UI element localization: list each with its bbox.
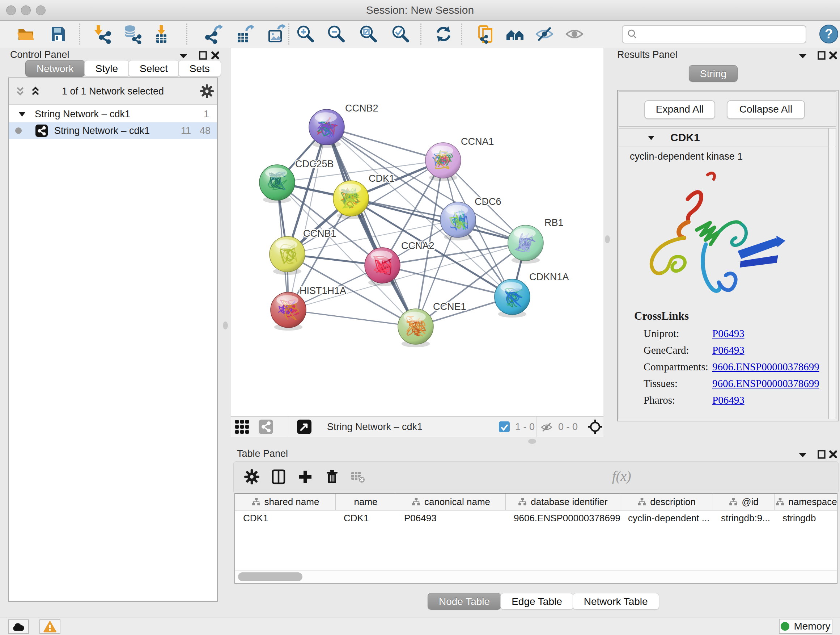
import-network-file-button[interactable] <box>93 24 113 44</box>
crosslink-value-link[interactable]: 9606.ENSP00000378699 <box>712 378 819 390</box>
network-badge-icon[interactable] <box>259 420 273 434</box>
tab-style[interactable]: Style <box>84 60 129 77</box>
network-edge[interactable] <box>327 127 443 160</box>
results-panel-menu-icon[interactable] <box>797 51 808 62</box>
network-node[interactable] <box>259 165 295 203</box>
table-cell[interactable]: P06493 <box>396 510 506 526</box>
birdseye-crosshair-icon[interactable] <box>587 419 603 434</box>
results-panel-float-icon[interactable] <box>816 50 827 61</box>
tab-node-table[interactable]: Node Table <box>428 593 501 610</box>
results-scrollbar[interactable] <box>829 128 835 419</box>
control-panel-close-icon[interactable] <box>210 50 221 61</box>
zoom-selected-button[interactable] <box>391 24 410 44</box>
gene-collapse-caret-icon[interactable] <box>647 134 655 141</box>
table-row[interactable]: CDK1CDK1P064939606.ENSP00000378699cyclin… <box>235 510 837 526</box>
network-node[interactable] <box>425 143 461 181</box>
memory-button[interactable]: Memory <box>779 619 832 634</box>
show-all-button[interactable] <box>565 24 584 44</box>
delete-column-trash-icon[interactable] <box>324 469 340 485</box>
zoom-fit-button[interactable] <box>358 24 378 44</box>
hide-selected-button[interactable] <box>535 24 554 44</box>
control-panel-float-icon[interactable] <box>197 50 208 61</box>
apply-function-icon[interactable]: f(x) <box>612 468 631 484</box>
gene-section-header[interactable]: CDK1 <box>619 128 836 147</box>
network-node[interactable] <box>508 225 543 264</box>
results-panel-close-icon[interactable] <box>828 50 838 61</box>
save-session-button[interactable] <box>49 24 68 44</box>
export-table-button[interactable] <box>235 24 255 44</box>
column-header[interactable]: namespace <box>775 494 838 510</box>
zoom-in-button[interactable] <box>295 24 315 44</box>
table-options-gear-icon[interactable] <box>244 469 260 485</box>
detach-view-icon[interactable] <box>297 420 311 434</box>
network-node[interactable] <box>398 309 433 347</box>
column-header[interactable]: name <box>336 494 396 510</box>
tab-sets[interactable]: Sets <box>178 60 221 77</box>
tab-select[interactable]: Select <box>128 60 179 77</box>
network-node[interactable] <box>440 202 476 241</box>
vertical-splitter-handle[interactable] <box>605 235 610 243</box>
delete-table-icon[interactable] <box>350 469 366 485</box>
duplicate-network-button[interactable] <box>477 24 496 44</box>
table-horizontal-scrollbar[interactable] <box>235 570 837 583</box>
table-cell[interactable]: cyclin-dependent ... <box>620 510 713 526</box>
cloud-status-button[interactable] <box>8 619 29 634</box>
horizontal-splitter-handle[interactable] <box>528 439 536 444</box>
search-input[interactable] <box>641 27 802 41</box>
tree-row-collection[interactable]: String Network – cdk1 1 <box>9 106 217 122</box>
open-file-button[interactable] <box>16 24 35 44</box>
tree-options-gear-icon[interactable] <box>200 84 214 98</box>
export-image-button[interactable] <box>267 24 286 44</box>
table-cell[interactable]: CDK1 <box>336 510 396 526</box>
scrollbar-thumb[interactable] <box>238 572 302 581</box>
show-columns-icon[interactable] <box>271 469 286 485</box>
refresh-view-button[interactable] <box>434 24 453 44</box>
minimize-window-button[interactable] <box>21 5 31 15</box>
collapse-all-button[interactable]: Collapse All <box>727 100 805 119</box>
collapse-caret-icon[interactable] <box>18 111 26 118</box>
export-network-button[interactable] <box>203 24 223 44</box>
column-header[interactable]: database identifier <box>506 494 620 510</box>
column-header[interactable]: description <box>620 494 713 510</box>
network-node[interactable] <box>270 236 305 275</box>
network-canvas[interactable]: CCNB2CCNA1CDC25BCDK1CDC6RB1CCNB1CCNA2CDK… <box>231 48 603 416</box>
network-edge[interactable] <box>288 127 327 310</box>
network-edge[interactable] <box>288 310 416 326</box>
network-node[interactable] <box>271 292 306 331</box>
column-header[interactable]: shared name <box>235 494 336 510</box>
search-box[interactable] <box>622 25 806 43</box>
create-column-plus-icon[interactable] <box>297 469 313 485</box>
import-table-file-button[interactable] <box>152 24 171 44</box>
zoom-out-button[interactable] <box>326 24 346 44</box>
tab-string[interactable]: String <box>689 65 737 82</box>
crosslink-value-link[interactable]: 9606.ENSP00000378699 <box>712 361 819 373</box>
network-node[interactable] <box>333 181 369 219</box>
first-neighbors-button[interactable] <box>505 24 525 44</box>
tree-row-network[interactable]: String Network – cdk1 11 48 <box>9 122 217 139</box>
warning-status-button[interactable] <box>39 619 60 634</box>
column-header[interactable]: @id <box>713 494 775 510</box>
crosslink-value-link[interactable]: P06493 <box>712 328 745 340</box>
import-network-database-button[interactable] <box>122 24 142 44</box>
vertical-splitter-handle[interactable] <box>223 321 228 329</box>
help-button[interactable]: ? <box>819 24 838 44</box>
table-cell[interactable]: 9606.ENSP00000378699 <box>506 510 620 526</box>
table-panel-menu-icon[interactable] <box>797 450 808 461</box>
selected-checkbox-icon[interactable] <box>499 421 510 432</box>
column-header[interactable]: canonical name <box>396 494 506 510</box>
tab-network[interactable]: Network <box>25 60 85 77</box>
crosslink-value-link[interactable]: P06493 <box>712 344 745 356</box>
table-cell[interactable]: stringdb:9... <box>713 510 775 526</box>
network-node[interactable] <box>494 279 530 318</box>
zoom-window-button[interactable] <box>36 5 46 15</box>
table-cell[interactable]: stringdb <box>775 510 838 526</box>
table-cell[interactable]: CDK1 <box>235 510 336 526</box>
network-edge[interactable] <box>327 127 416 326</box>
tab-edge-table[interactable]: Edge Table <box>500 593 573 610</box>
table-panel-float-icon[interactable] <box>816 449 827 460</box>
expand-all-button[interactable]: Expand All <box>644 100 715 119</box>
crosslink-value-link[interactable]: P06493 <box>712 394 745 406</box>
tab-network-table[interactable]: Network Table <box>573 593 659 610</box>
table-panel-close-icon[interactable] <box>828 449 838 460</box>
close-window-button[interactable] <box>6 5 16 15</box>
